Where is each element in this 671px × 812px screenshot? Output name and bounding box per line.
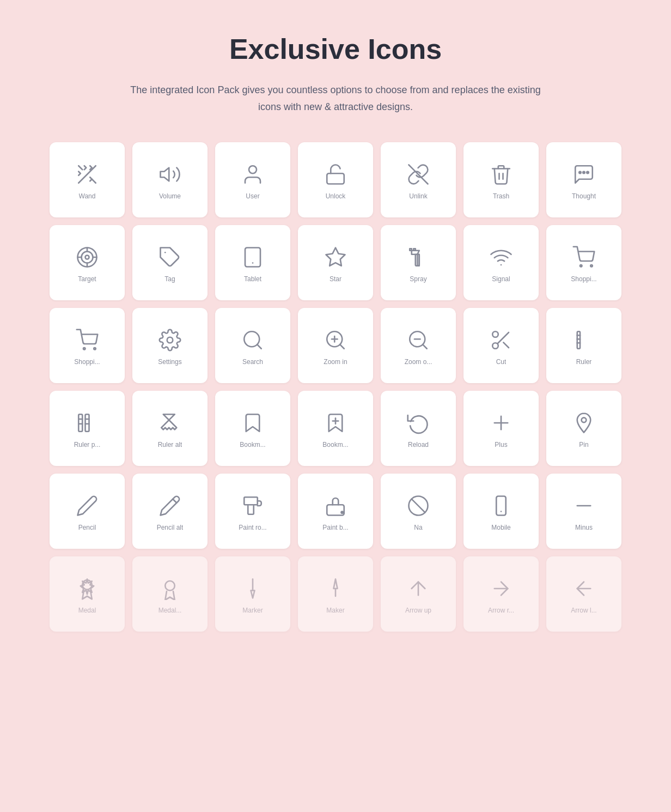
settings-icon <box>158 329 181 352</box>
icon-card-cut[interactable]: Cut <box>463 308 539 383</box>
svg-point-5 <box>587 172 589 174</box>
icon-label-marker: Marker <box>242 607 263 614</box>
arrow-left-icon <box>572 577 595 600</box>
arrow-right-icon <box>490 577 513 600</box>
icon-card-settings[interactable]: Settings <box>132 308 208 383</box>
svg-line-38 <box>503 343 509 348</box>
icon-card-marker-alt[interactable]: Maker <box>298 556 373 632</box>
page-title: Exclusive Icons <box>22 33 649 65</box>
icon-label-user: User <box>246 192 259 200</box>
icon-card-thought[interactable]: Thought <box>546 142 621 217</box>
unlock-icon <box>324 163 347 186</box>
icon-card-arrow-right[interactable]: Arrow r... <box>463 556 539 632</box>
icon-label-unlink: Unlink <box>409 192 427 200</box>
arrow-up-icon <box>407 577 430 600</box>
signal-icon <box>490 246 513 269</box>
icon-label-na: Na <box>414 524 422 531</box>
marker-icon <box>241 577 264 600</box>
paint-bucket-icon <box>324 494 347 517</box>
icon-card-arrow-up[interactable]: Arrow up <box>381 556 456 632</box>
icon-card-bookmark[interactable]: Bookm... <box>215 391 290 466</box>
medal-icon <box>76 577 99 600</box>
icon-card-tag[interactable]: Tag <box>132 225 208 300</box>
unlink-icon <box>407 163 430 186</box>
icon-card-ruler-pair[interactable]: Ruler p... <box>50 391 125 466</box>
icon-card-arrow-left[interactable]: Arrow l... <box>546 556 621 632</box>
icon-card-user[interactable]: User <box>215 142 290 217</box>
icon-card-pencil[interactable]: Pencil <box>50 474 125 549</box>
reload-icon <box>407 411 430 434</box>
icon-card-na[interactable]: Na <box>381 474 456 549</box>
icon-card-medal-alt[interactable]: Medal... <box>132 556 208 632</box>
icon-card-signal[interactable]: Signal <box>463 225 539 300</box>
icon-card-spray[interactable]: Spray <box>381 225 456 300</box>
svg-rect-40 <box>577 331 580 349</box>
icon-card-reload[interactable]: Reload <box>381 391 456 466</box>
icon-label-trash: Trash <box>493 192 509 200</box>
icon-card-target[interactable]: Target <box>50 225 125 300</box>
icon-card-bookmark-alt[interactable]: Bookm... <box>298 391 373 466</box>
icon-label-medal-alt: Medal... <box>158 607 182 614</box>
zoom-in-icon <box>324 329 347 352</box>
icon-card-minus[interactable]: Minus <box>546 474 621 549</box>
svg-rect-60 <box>496 496 506 516</box>
icon-card-ruler[interactable]: Ruler <box>546 308 621 383</box>
icon-card-wand[interactable]: Wand <box>50 142 125 217</box>
icon-label-bookmark-alt: Bookm... <box>322 441 348 449</box>
icon-grid: WandVolumeUserUnlockUnlinkTrashThoughtTa… <box>50 142 621 632</box>
icon-label-arrow-right: Arrow r... <box>488 607 514 614</box>
icon-card-pencil-alt[interactable]: Pencil alt <box>132 474 208 549</box>
svg-point-10 <box>86 256 89 259</box>
icon-label-volume: Volume <box>159 192 181 200</box>
icon-card-volume[interactable]: Volume <box>132 142 208 217</box>
icon-label-ruler: Ruler <box>576 358 592 366</box>
ruler-alt-icon <box>158 411 181 434</box>
svg-line-59 <box>412 499 425 513</box>
minus-icon <box>572 494 595 517</box>
icon-label-star: Star <box>330 275 341 283</box>
icon-card-ruler-alt[interactable]: Ruler alt <box>132 391 208 466</box>
icon-label-arrow-left: Arrow l... <box>571 607 596 614</box>
tag-icon <box>158 246 181 269</box>
icon-label-zoom-out: Zoom o... <box>405 358 432 366</box>
icon-card-tablet[interactable]: Tablet <box>215 225 290 300</box>
svg-point-25 <box>167 337 173 343</box>
pin-icon <box>572 411 595 434</box>
wand-icon <box>76 163 99 186</box>
icon-card-star[interactable]: Star <box>298 225 373 300</box>
svg-point-21 <box>580 265 582 267</box>
svg-point-22 <box>590 265 593 267</box>
star-icon <box>324 246 347 269</box>
icon-card-mobile[interactable]: Mobile <box>463 474 539 549</box>
icon-label-ruler-pair: Ruler p... <box>74 441 101 449</box>
icon-card-medal[interactable]: Medal <box>50 556 125 632</box>
page-subtitle: The integrated Icon Pack gives you count… <box>123 82 548 115</box>
ruler-pair-icon <box>76 411 99 434</box>
icon-card-marker[interactable]: Marker <box>215 556 290 632</box>
svg-point-24 <box>94 348 96 350</box>
svg-point-6 <box>583 172 585 174</box>
icon-card-paint-bucket[interactable]: Paint b... <box>298 474 373 549</box>
icon-card-trash[interactable]: Trash <box>463 142 539 217</box>
icon-card-paint-roller[interactable]: Paint ro... <box>215 474 290 549</box>
svg-point-9 <box>82 252 93 263</box>
icon-card-pin[interactable]: Pin <box>546 391 621 466</box>
icon-card-shopping-cart[interactable]: Shoppi... <box>50 308 125 383</box>
icon-label-ruler-alt: Ruler alt <box>158 441 182 449</box>
svg-point-35 <box>492 331 498 337</box>
icon-label-zoom-in: Zoom in <box>324 358 347 366</box>
icon-card-plus[interactable]: Plus <box>463 391 539 466</box>
icon-card-zoom-in[interactable]: Zoom in <box>298 308 373 383</box>
icon-card-unlink[interactable]: Unlink <box>381 142 456 217</box>
icon-card-search[interactable]: Search <box>215 308 290 383</box>
plus-icon <box>490 411 513 434</box>
paint-roller-icon <box>241 494 264 517</box>
ruler-icon <box>572 329 595 352</box>
icon-card-unlock[interactable]: Unlock <box>298 142 373 217</box>
icon-label-mobile: Mobile <box>491 524 510 531</box>
icon-card-shopping[interactable]: Shoppi... <box>546 225 621 300</box>
pencil-alt-icon <box>158 494 181 517</box>
icon-card-zoom-out[interactable]: Zoom o... <box>381 308 456 383</box>
svg-rect-16 <box>245 248 260 267</box>
svg-point-23 <box>83 348 86 350</box>
